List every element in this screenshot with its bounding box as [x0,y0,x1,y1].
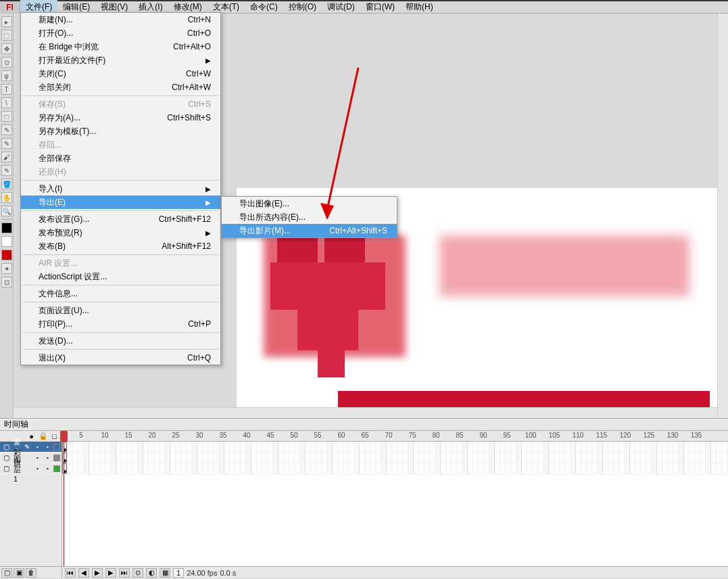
layer-row[interactable]: ▢ 彩旗 • • [0,453,62,463]
file-menu-item[interactable]: 新建(N)...Ctrl+N [21,13,220,26]
edit-multi-frames-icon[interactable]: ▦ [160,568,170,578]
menu-item-label: 发送(D)... [39,335,73,347]
zoom-tool-icon[interactable]: 🔍 [1,206,12,216]
next-frame-icon[interactable]: ▶ [105,568,116,578]
menu-command[interactable]: 命令(C) [245,0,283,14]
export-submenu-item[interactable]: 导出图像(E)... [222,197,397,210]
free-transform-tool-icon[interactable]: ✥ [1,43,12,54]
tool-option-1-icon[interactable]: ✦ [1,263,12,274]
rectangle-tool-icon[interactable]: □ [1,111,12,122]
line-tool-icon[interactable]: \ [1,97,12,108]
deco-tool-icon[interactable]: 🖌 [1,152,12,162]
file-menu-item[interactable]: 页面设置(U)... [21,304,220,317]
playhead-handle-icon[interactable] [60,431,68,442]
file-menu-item[interactable]: 在 Bridge 中浏览Ctrl+Alt+O [21,40,220,53]
canvas-vertical-scrollbar[interactable] [717,14,728,418]
layer-outline-color[interactable] [53,465,60,472]
layer-outline-color[interactable] [53,455,60,461]
svg-marker-1 [320,203,334,220]
track-row[interactable] [62,463,728,474]
hand-tool-icon[interactable]: ✋ [1,192,12,203]
file-menu-item[interactable]: 关闭(C)Ctrl+W [21,67,220,80]
timeline-ruler[interactable]: 5101520253035404550556065707580859095100… [62,431,728,442]
track-row[interactable] [62,442,728,453]
outline-header-icon[interactable]: □ [50,432,59,440]
timeline-tab[interactable]: 时间轴 [0,419,728,431]
file-menu-item[interactable]: 另存为(A)...Ctrl+Shift+S [21,111,220,124]
pen-tool-icon[interactable]: φ [1,70,12,81]
file-menu-item[interactable]: 另存为模板(T)... [21,124,220,138]
file-menu-item[interactable]: ActionScript 设置... [21,270,220,283]
export-submenu: 导出图像(E)...导出所选内容(E)...导出影片(M)...Ctrl+Alt… [221,196,397,238]
menu-help[interactable]: 帮助(H) [400,0,439,14]
prev-frame-icon[interactable]: ◀ [78,568,89,578]
pencil-tool-icon[interactable]: ✎ [1,124,12,135]
menu-item-label: 新建(N)... [39,14,73,26]
onion-skin-outline-icon[interactable]: ◐ [146,568,157,578]
text-tool-icon[interactable]: T [1,84,12,95]
file-menu-item[interactable]: 文件信息... [21,287,220,300]
file-menu-item[interactable]: 退出(X)Ctrl+Q [21,351,220,365]
brush-tool-icon[interactable]: ✎ [1,138,12,149]
canvas-horizontal-scrollbar[interactable] [14,407,717,418]
menu-control[interactable]: 控制(O) [283,0,322,14]
delete-layer-icon[interactable]: 🗑 [26,568,37,578]
file-menu-item[interactable]: 打印(P)...Ctrl+P [21,317,220,331]
layer-lock-dot[interactable]: • [43,455,52,461]
export-submenu-item[interactable]: 导出影片(M)...Ctrl+Alt+Shift+S [222,224,397,237]
subselect-tool-icon[interactable]: ⬚ [1,30,12,41]
file-menu-item[interactable]: 发送(D)... [21,334,220,348]
file-menu-item[interactable]: 打开最近的文件(F)▶ [21,53,220,67]
menu-item-label: 导入(I) [39,183,62,195]
layer-row[interactable]: ▢ 爱心 ✎ • • [0,442,62,453]
layer-visibility-dot[interactable]: • [33,465,42,471]
file-menu-item[interactable]: 全部关闭Ctrl+Alt+W [21,80,220,94]
menu-debug[interactable]: 调试(D) [322,0,360,14]
frame-tracks[interactable] [62,442,728,566]
first-frame-icon[interactable]: ⏮ [65,568,76,578]
menu-item-label: 另存为(A)... [39,112,80,124]
lock-header-icon[interactable]: 🔒 [39,432,47,440]
layer-outline-color[interactable] [53,444,60,450]
menu-shortcut: Ctrl+Shift+F12 [159,214,211,224]
file-menu-item[interactable]: 导出(E)▶ [21,195,220,209]
layer-visibility-dot[interactable]: • [33,444,42,450]
new-layer-icon[interactable]: ▢ [1,568,12,578]
ruler-mark: 10 [101,432,108,439]
layer-lock-dot[interactable]: • [43,465,52,471]
paint-bucket-tool-icon[interactable]: 🪣 [1,179,12,189]
play-icon[interactable]: ▶ [92,568,103,578]
file-menu-item[interactable]: 发布设置(G)...Ctrl+Shift+F12 [21,212,220,226]
file-menu-item[interactable]: 导入(I)▶ [21,182,220,195]
layer-row[interactable]: ▢ 图层 1 • • [0,463,62,474]
tool-option-2-icon[interactable]: ⊡ [1,277,12,287]
file-menu-item[interactable]: 发布预览(R)▶ [21,226,220,239]
ruler-mark: 105 [549,432,560,439]
selection-tool-icon[interactable]: ▸ [1,16,12,27]
file-menu-item[interactable]: 打开(O)...Ctrl+O [21,26,220,40]
export-submenu-item[interactable]: 导出所选内容(E)... [222,210,397,224]
fill-color-swatch[interactable] [1,250,12,260]
stroke-color-swatch[interactable] [1,223,12,233]
last-frame-icon[interactable]: ⏭ [119,568,130,578]
playhead[interactable] [64,442,64,566]
swap-colors-icon[interactable] [1,236,12,247]
menu-shortcut: Ctrl+Alt+O [173,42,211,51]
lasso-tool-icon[interactable]: ⊙ [1,57,12,68]
menu-shortcut: Ctrl+Shift+S [167,113,211,122]
onion-skin-icon[interactable]: ⊙ [132,568,143,578]
layer-type-icon: ▢ [1,443,11,450]
bone-tool-icon[interactable]: ✎ [1,165,12,176]
track-row[interactable] [62,453,728,463]
current-frame-field[interactable]: 1 [173,568,184,578]
menu-window[interactable]: 窗口(W) [360,0,400,14]
new-folder-icon[interactable]: ▣ [14,568,24,578]
file-menu-item[interactable]: 全部保存 [21,152,220,165]
eye-header-icon[interactable]: ● [27,432,36,440]
ruler-mark: 25 [172,432,179,439]
file-menu-item[interactable]: 发布(B)Alt+Shift+F12 [21,239,220,253]
layer-visibility-dot[interactable]: • [33,455,42,461]
menu-item-label: 全部保存 [39,153,71,164]
layer-lock-dot[interactable]: • [43,444,52,450]
ruler-mark: 135 [691,432,702,439]
